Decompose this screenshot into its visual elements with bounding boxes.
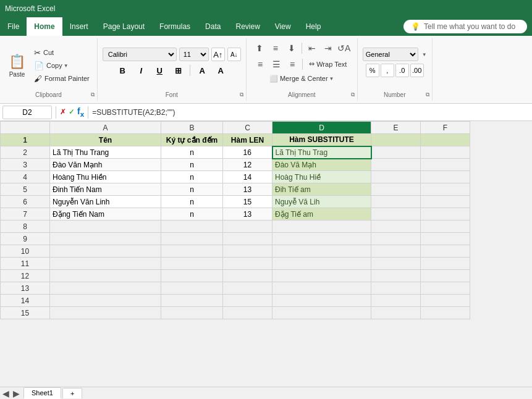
sheet-nav-left[interactable]: ◀ xyxy=(2,388,9,398)
cell-c14[interactable] xyxy=(223,295,272,307)
cell-f15[interactable] xyxy=(421,307,470,319)
tell-me-bar[interactable]: 💡 Tell me what you want to do xyxy=(403,20,527,33)
cell-e4[interactable] xyxy=(371,171,421,183)
clipboard-expander[interactable]: ⧉ xyxy=(91,91,95,98)
cell-d13[interactable] xyxy=(272,282,371,295)
cell-e11[interactable] xyxy=(371,258,421,270)
cell-e6[interactable] xyxy=(371,196,421,208)
cell-b5[interactable]: n xyxy=(161,183,223,196)
cell-a4[interactable]: Hoàng Thu Hiền xyxy=(50,171,161,183)
cell-a14[interactable] xyxy=(50,295,161,307)
cell-a3[interactable]: Đào Văn Mạnh xyxy=(50,159,161,171)
cell-c11[interactable] xyxy=(223,258,272,270)
menu-review[interactable]: Review xyxy=(228,17,267,36)
cell-c3[interactable]: 12 xyxy=(223,159,272,171)
cell-b2[interactable]: n xyxy=(161,146,223,159)
cell-a10[interactable] xyxy=(50,245,161,258)
cell-e13[interactable] xyxy=(371,282,421,295)
cell-c13[interactable] xyxy=(223,282,272,295)
menu-home[interactable]: Home xyxy=(27,17,62,36)
cell-b9[interactable] xyxy=(161,233,223,245)
cell-b7[interactable]: n xyxy=(161,208,223,220)
cell-e9[interactable] xyxy=(371,233,421,245)
sheet-tab-sheet1[interactable]: Sheet1 xyxy=(23,387,61,399)
paste-button[interactable]: 📋 Paste xyxy=(5,42,29,89)
add-sheet-button[interactable]: + xyxy=(62,388,82,398)
cell-a6[interactable]: Nguyễn Văn Linh xyxy=(50,196,161,208)
cell-d2[interactable]: Lã Thị Thu Trag xyxy=(272,146,371,159)
font-color-button[interactable]: A xyxy=(213,64,229,77)
cell-a15[interactable] xyxy=(50,307,161,319)
cell-d6[interactable]: Nguyễ Vă Lih xyxy=(272,196,371,208)
cell-a8[interactable] xyxy=(50,220,161,233)
cell-e7[interactable] xyxy=(371,208,421,220)
col-header-b[interactable]: B xyxy=(161,122,223,134)
cell-d3[interactable]: Đào Vă Mạh xyxy=(272,159,371,171)
sheet-nav-right[interactable]: ▶ xyxy=(13,388,20,398)
align-middle-button[interactable]: ≡ xyxy=(268,41,283,55)
merge-center-button[interactable]: ⬜ Merge & Center ▼ xyxy=(266,74,338,84)
confirm-formula-icon[interactable]: ✓ xyxy=(69,107,75,116)
cell-a13[interactable] xyxy=(50,282,161,295)
row-header-6[interactable]: 6 xyxy=(1,196,50,208)
cell-b1[interactable]: Ký tự cần đếm xyxy=(161,134,223,146)
cell-c5[interactable]: 13 xyxy=(223,183,272,196)
cell-d9[interactable] xyxy=(272,233,371,245)
col-header-f[interactable]: F xyxy=(421,122,470,134)
row-header-8[interactable]: 8 xyxy=(1,220,50,233)
indent-increase-button[interactable]: ⇥ xyxy=(321,41,336,55)
cell-f13[interactable] xyxy=(421,282,470,295)
borders-button[interactable]: ⊞ xyxy=(170,64,186,77)
menu-file[interactable]: File xyxy=(0,17,27,36)
align-bottom-button[interactable]: ⬇ xyxy=(284,41,299,55)
cell-b6[interactable]: n xyxy=(161,196,223,208)
cell-f11[interactable] xyxy=(421,258,470,270)
cancel-formula-icon[interactable]: ✗ xyxy=(60,107,66,116)
format-painter-button[interactable]: 🖌 Format Painter xyxy=(32,73,92,85)
cell-a11[interactable] xyxy=(50,258,161,270)
cell-a7[interactable]: Đặng Tiến Nam xyxy=(50,208,161,220)
cut-button[interactable]: ✂ Cut xyxy=(32,47,92,59)
cell-d10[interactable] xyxy=(272,245,371,258)
cell-d7[interactable]: Đặg Tiế am xyxy=(272,208,371,220)
align-left-button[interactable]: ≡ xyxy=(253,57,268,71)
row-header-10[interactable]: 10 xyxy=(1,245,50,258)
number-expander[interactable]: ⧉ xyxy=(426,91,429,98)
percent-button[interactable]: % xyxy=(366,64,379,77)
menu-help[interactable]: Help xyxy=(298,17,329,36)
menu-formulas[interactable]: Formulas xyxy=(152,17,198,36)
text-direction-button[interactable]: ↺A xyxy=(337,41,352,55)
indent-decrease-button[interactable]: ⇤ xyxy=(305,41,319,55)
cell-f6[interactable] xyxy=(421,196,470,208)
col-header-c[interactable]: C xyxy=(223,122,272,134)
wrap-text-button[interactable]: ⇔ Wrap Text xyxy=(305,59,350,69)
cell-e10[interactable] xyxy=(371,245,421,258)
row-header-5[interactable]: 5 xyxy=(1,183,50,196)
row-header-13[interactable]: 13 xyxy=(1,282,50,295)
increase-decimal-button[interactable]: .00 xyxy=(410,64,424,77)
col-header-a[interactable]: A xyxy=(50,122,161,134)
align-center-button[interactable]: ☰ xyxy=(269,57,284,71)
row-header-2[interactable]: 2 xyxy=(1,146,50,159)
cell-d1[interactable]: Hàm SUBSTITUTE xyxy=(272,134,371,146)
fill-color-button[interactable]: A xyxy=(194,64,210,77)
row-header-7[interactable]: 7 xyxy=(1,208,50,220)
cell-e8[interactable] xyxy=(371,220,421,233)
italic-button[interactable]: I xyxy=(133,64,149,77)
cell-e14[interactable] xyxy=(371,295,421,307)
copy-button[interactable]: 📄 Copy ▼ xyxy=(32,60,92,72)
align-right-button[interactable]: ≡ xyxy=(285,57,300,71)
cell-b8[interactable] xyxy=(161,220,223,233)
align-top-button[interactable]: ⬆ xyxy=(252,41,267,55)
cell-d8[interactable] xyxy=(272,220,371,233)
cell-d15[interactable] xyxy=(272,307,371,319)
bold-button[interactable]: B xyxy=(114,64,130,77)
cell-f10[interactable] xyxy=(421,245,470,258)
cell-b12[interactable] xyxy=(161,270,223,282)
row-header-11[interactable]: 11 xyxy=(1,258,50,270)
cell-e3[interactable] xyxy=(371,159,421,171)
cell-c1[interactable]: Hàm LEN xyxy=(223,134,272,146)
cell-c6[interactable]: 15 xyxy=(223,196,272,208)
cell-c4[interactable]: 14 xyxy=(223,171,272,183)
cell-d12[interactable] xyxy=(272,270,371,282)
